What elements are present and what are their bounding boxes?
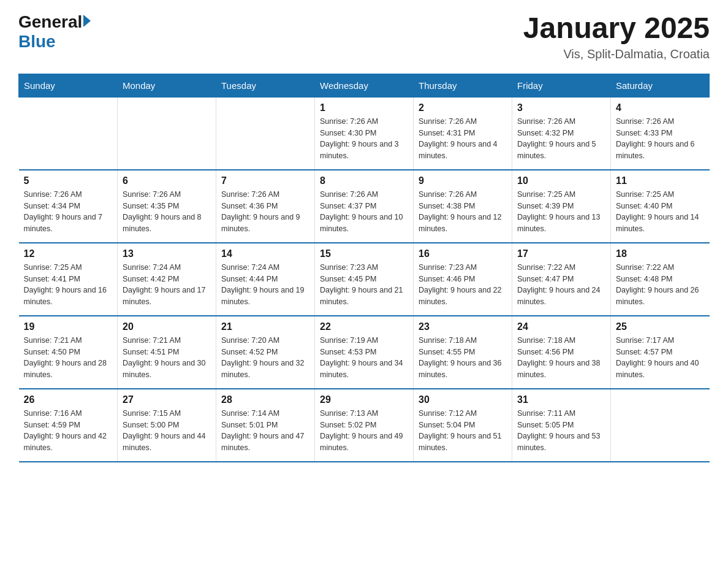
day-number: 16 xyxy=(419,248,507,259)
column-header-sunday: Sunday xyxy=(19,74,118,97)
day-info: Sunrise: 7:21 AM Sunset: 4:51 PM Dayligh… xyxy=(123,335,211,381)
day-info: Sunrise: 7:26 AM Sunset: 4:37 PM Dayligh… xyxy=(320,189,408,235)
day-number: 9 xyxy=(419,175,507,186)
logo-arrow-icon xyxy=(83,15,91,27)
day-info: Sunrise: 7:22 AM Sunset: 4:47 PM Dayligh… xyxy=(517,262,605,308)
day-number: 27 xyxy=(123,394,211,405)
calendar-cell: 25Sunrise: 7:17 AM Sunset: 4:57 PM Dayli… xyxy=(611,316,710,389)
calendar-cell: 6Sunrise: 7:26 AM Sunset: 4:35 PM Daylig… xyxy=(118,170,216,243)
day-number: 30 xyxy=(419,394,507,405)
day-number: 17 xyxy=(517,248,605,259)
column-header-monday: Monday xyxy=(118,74,216,97)
day-number: 6 xyxy=(123,175,211,186)
title-section: January 2025 Vis, Split-Dalmatia, Croati… xyxy=(523,12,710,61)
calendar-cell: 5Sunrise: 7:26 AM Sunset: 4:34 PM Daylig… xyxy=(19,170,118,243)
day-info: Sunrise: 7:19 AM Sunset: 4:53 PM Dayligh… xyxy=(320,335,408,381)
column-header-saturday: Saturday xyxy=(611,74,710,97)
day-number: 13 xyxy=(123,248,211,259)
day-info: Sunrise: 7:23 AM Sunset: 4:46 PM Dayligh… xyxy=(419,262,507,308)
day-number: 1 xyxy=(320,102,408,113)
day-info: Sunrise: 7:26 AM Sunset: 4:33 PM Dayligh… xyxy=(616,116,705,162)
column-header-wednesday: Wednesday xyxy=(315,74,414,97)
calendar-cell xyxy=(19,97,118,170)
calendar-cell: 17Sunrise: 7:22 AM Sunset: 4:47 PM Dayli… xyxy=(512,243,611,316)
day-info: Sunrise: 7:26 AM Sunset: 4:38 PM Dayligh… xyxy=(419,189,507,235)
calendar-cell: 9Sunrise: 7:26 AM Sunset: 4:38 PM Daylig… xyxy=(414,170,512,243)
calendar-cell xyxy=(611,389,710,462)
calendar-cell: 19Sunrise: 7:21 AM Sunset: 4:50 PM Dayli… xyxy=(19,316,118,389)
day-number: 24 xyxy=(517,321,605,332)
day-number: 21 xyxy=(221,321,309,332)
day-number: 25 xyxy=(616,321,705,332)
calendar-cell: 16Sunrise: 7:23 AM Sunset: 4:46 PM Dayli… xyxy=(414,243,512,316)
calendar-cell: 12Sunrise: 7:25 AM Sunset: 4:41 PM Dayli… xyxy=(19,243,118,316)
day-info: Sunrise: 7:18 AM Sunset: 4:55 PM Dayligh… xyxy=(419,335,507,381)
day-number: 3 xyxy=(517,102,605,113)
logo: General Blue xyxy=(18,12,91,52)
column-header-tuesday: Tuesday xyxy=(216,74,315,97)
day-number: 7 xyxy=(221,175,309,186)
calendar-cell: 27Sunrise: 7:15 AM Sunset: 5:00 PM Dayli… xyxy=(118,389,216,462)
day-number: 11 xyxy=(616,175,705,186)
column-header-friday: Friday xyxy=(512,74,611,97)
day-info: Sunrise: 7:24 AM Sunset: 4:42 PM Dayligh… xyxy=(123,262,211,308)
day-number: 28 xyxy=(221,394,309,405)
location-title: Vis, Split-Dalmatia, Croatia xyxy=(523,47,710,61)
calendar-cell: 8Sunrise: 7:26 AM Sunset: 4:37 PM Daylig… xyxy=(315,170,414,243)
calendar-table: SundayMondayTuesdayWednesdayThursdayFrid… xyxy=(18,74,710,462)
day-info: Sunrise: 7:17 AM Sunset: 4:57 PM Dayligh… xyxy=(616,335,705,381)
day-info: Sunrise: 7:26 AM Sunset: 4:36 PM Dayligh… xyxy=(221,189,309,235)
calendar-cell: 29Sunrise: 7:13 AM Sunset: 5:02 PM Dayli… xyxy=(315,389,414,462)
day-number: 4 xyxy=(616,102,705,113)
day-info: Sunrise: 7:22 AM Sunset: 4:48 PM Dayligh… xyxy=(616,262,705,308)
day-info: Sunrise: 7:21 AM Sunset: 4:50 PM Dayligh… xyxy=(24,335,113,381)
day-number: 12 xyxy=(24,248,113,259)
calendar-header-row: SundayMondayTuesdayWednesdayThursdayFrid… xyxy=(19,74,710,97)
day-info: Sunrise: 7:26 AM Sunset: 4:35 PM Dayligh… xyxy=(123,189,211,235)
day-number: 14 xyxy=(221,248,309,259)
calendar-cell: 21Sunrise: 7:20 AM Sunset: 4:52 PM Dayli… xyxy=(216,316,315,389)
calendar-cell xyxy=(118,97,216,170)
calendar-cell: 7Sunrise: 7:26 AM Sunset: 4:36 PM Daylig… xyxy=(216,170,315,243)
day-info: Sunrise: 7:16 AM Sunset: 4:59 PM Dayligh… xyxy=(24,408,113,454)
calendar-cell: 18Sunrise: 7:22 AM Sunset: 4:48 PM Dayli… xyxy=(611,243,710,316)
day-info: Sunrise: 7:26 AM Sunset: 4:32 PM Dayligh… xyxy=(517,116,605,162)
day-info: Sunrise: 7:25 AM Sunset: 4:41 PM Dayligh… xyxy=(24,262,113,308)
day-info: Sunrise: 7:20 AM Sunset: 4:52 PM Dayligh… xyxy=(221,335,309,381)
day-info: Sunrise: 7:23 AM Sunset: 4:45 PM Dayligh… xyxy=(320,262,408,308)
day-number: 26 xyxy=(24,394,113,405)
logo-general-text: General xyxy=(18,12,82,32)
day-info: Sunrise: 7:26 AM Sunset: 4:34 PM Dayligh… xyxy=(24,189,113,235)
day-number: 18 xyxy=(616,248,705,259)
day-number: 5 xyxy=(24,175,113,186)
calendar-cell xyxy=(216,97,315,170)
calendar-cell: 20Sunrise: 7:21 AM Sunset: 4:51 PM Dayli… xyxy=(118,316,216,389)
calendar-week-row: 12Sunrise: 7:25 AM Sunset: 4:41 PM Dayli… xyxy=(19,243,710,316)
day-number: 20 xyxy=(123,321,211,332)
day-number: 19 xyxy=(24,321,113,332)
day-number: 8 xyxy=(320,175,408,186)
day-number: 23 xyxy=(419,321,507,332)
calendar-cell: 2Sunrise: 7:26 AM Sunset: 4:31 PM Daylig… xyxy=(414,97,512,170)
day-info: Sunrise: 7:14 AM Sunset: 5:01 PM Dayligh… xyxy=(221,408,309,454)
calendar-cell: 11Sunrise: 7:25 AM Sunset: 4:40 PM Dayli… xyxy=(611,170,710,243)
day-info: Sunrise: 7:12 AM Sunset: 5:04 PM Dayligh… xyxy=(419,408,507,454)
day-info: Sunrise: 7:15 AM Sunset: 5:00 PM Dayligh… xyxy=(123,408,211,454)
day-number: 15 xyxy=(320,248,408,259)
calendar-week-row: 26Sunrise: 7:16 AM Sunset: 4:59 PM Dayli… xyxy=(19,389,710,462)
day-info: Sunrise: 7:11 AM Sunset: 5:05 PM Dayligh… xyxy=(517,408,605,454)
logo-blue-text: Blue xyxy=(18,32,91,52)
calendar-cell: 23Sunrise: 7:18 AM Sunset: 4:55 PM Dayli… xyxy=(414,316,512,389)
calendar-week-row: 1Sunrise: 7:26 AM Sunset: 4:30 PM Daylig… xyxy=(19,97,710,170)
calendar-cell: 28Sunrise: 7:14 AM Sunset: 5:01 PM Dayli… xyxy=(216,389,315,462)
day-info: Sunrise: 7:24 AM Sunset: 4:44 PM Dayligh… xyxy=(221,262,309,308)
calendar-week-row: 5Sunrise: 7:26 AM Sunset: 4:34 PM Daylig… xyxy=(19,170,710,243)
day-number: 29 xyxy=(320,394,408,405)
calendar-cell: 26Sunrise: 7:16 AM Sunset: 4:59 PM Dayli… xyxy=(19,389,118,462)
calendar-cell: 4Sunrise: 7:26 AM Sunset: 4:33 PM Daylig… xyxy=(611,97,710,170)
calendar-cell: 31Sunrise: 7:11 AM Sunset: 5:05 PM Dayli… xyxy=(512,389,611,462)
day-number: 10 xyxy=(517,175,605,186)
calendar-cell: 1Sunrise: 7:26 AM Sunset: 4:30 PM Daylig… xyxy=(315,97,414,170)
page-header: General Blue January 2025 Vis, Split-Dal… xyxy=(18,12,710,61)
day-info: Sunrise: 7:26 AM Sunset: 4:31 PM Dayligh… xyxy=(419,116,507,162)
